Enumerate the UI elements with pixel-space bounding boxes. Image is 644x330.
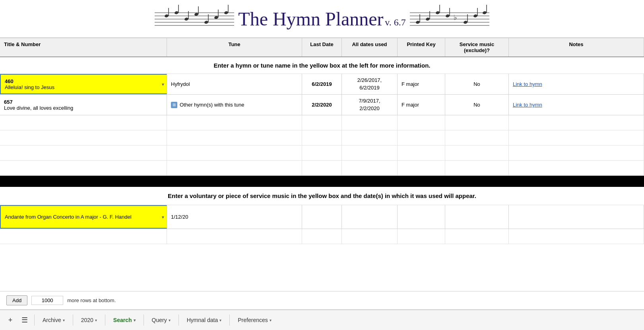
app-version: v. 6.7 [385,17,405,27]
nav-separator-5 [178,314,179,326]
col-all-dates: All dates used [342,38,398,56]
bottom-nav-bar: + ☰ Archive ▾ 2020 ▾ Search ▾ Query ▾ Hy… [0,309,644,330]
query-label: Query [152,317,167,323]
hymn-1-date2: 6/2/2019 [359,84,380,91]
svg-point-15 [214,16,219,19]
hymn-1-tune: Hyfrydol [167,74,302,94]
archive-menu[interactable]: Archive ▾ [38,314,70,326]
nav-separator-2 [73,314,73,326]
empty-row-4 [0,161,644,176]
search-label: Search [113,317,132,323]
hymn-row-2: 657 Love divine, all loves excelling ⊞ O… [0,95,644,115]
add-rows-input[interactable] [31,296,63,305]
svg-point-26 [425,17,430,21]
col-title-number: Title & Number [0,38,167,56]
hymn-1-link[interactable]: Link to hymn [513,81,542,87]
hymn-2-tune: Other hymn(s) with this tune [180,102,244,108]
service-empty-row [0,229,644,244]
nav-separator-1 [34,314,35,326]
year-arrow: ▾ [95,318,97,322]
hymn-1-notes[interactable]: Link to hymn [509,74,644,94]
empty-row-3 [0,146,644,161]
year-label: 2020 [81,317,93,323]
hymn-2-title-cell[interactable]: 657 Love divine, all loves excelling [0,95,167,115]
hymn-2-number: 657 [4,99,13,105]
hymn-1-info: 460 Alleluia! sing to Jesus [5,78,54,90]
hymn-2-notes[interactable]: Link to hymn [509,95,644,115]
hymn-1-key: F major [398,74,445,94]
table-header: Title & Number Tune Last Date All dates … [0,38,644,57]
service-1-dropdown-arrow[interactable]: ▼ [161,215,165,219]
col-last-date: Last Date [302,38,342,56]
empty-cell [0,115,167,130]
hymn-2-date2: 2/2/2020 [359,105,380,112]
nav-separator-4 [144,314,144,326]
preferences-label: Preferences [238,317,268,323]
section-divider [0,176,644,187]
search-menu[interactable]: Search ▾ [109,314,140,326]
year-menu[interactable]: 2020 ▾ [76,314,102,326]
hymn-2-service-music: No [445,95,509,115]
music-notes-right: ♭ [406,5,493,33]
hymnal-arrow: ▾ [219,318,221,322]
app-title: The Hymn Planner [238,8,383,29]
nav-separator-6 [229,314,230,326]
nav-separator-3 [105,314,105,326]
hymn-2-link[interactable]: Link to hymn [513,102,542,108]
hymn-1-service-music: No [445,74,509,94]
app-header: The Hymn Planner v. 6.7 ♭ [0,0,644,38]
hymn-2-info: 657 Love divine, all loves excelling [4,99,73,111]
hymn-1-dropdown-arrow[interactable]: ▼ [161,82,165,86]
preferences-arrow: ▾ [270,318,272,322]
svg-point-7 [175,11,179,14]
hymn-2-expand-icon[interactable]: ⊞ [171,102,177,108]
hymn-1-title-cell[interactable]: 460 Alleluia! sing to Jesus ▼ [0,74,167,94]
search-arrow: ▾ [134,318,136,322]
hymn-1-all-dates: 2/26/2017, 6/2/2019 [342,74,398,94]
logo-area: The Hymn Planner v. 6.7 ♭ [151,5,493,33]
col-notes: Notes [509,38,644,56]
preferences-menu[interactable]: Preferences ▾ [233,314,276,326]
hymn-2-last-date: 2/2/2020 [302,95,342,115]
add-row-controls: Add more rows at bottom. [0,291,644,309]
hymn-1-title: Alleluia! sing to Jesus [5,84,54,90]
query-menu[interactable]: Query ▾ [147,314,175,326]
svg-point-13 [204,20,209,24]
svg-point-35 [473,14,477,17]
svg-text:♭: ♭ [454,14,457,21]
archive-label: Archive [43,317,61,323]
menu-button[interactable]: ☰ [18,314,31,326]
hymn-row-1: 460 Alleluia! sing to Jesus ▼ Hyfrydol 6… [0,74,644,95]
staff-left [151,5,238,33]
col-service-music: Service music (exclude)? [445,38,509,56]
hymn-2-key: F major [398,95,445,115]
col-printed-key: Printed Key [398,38,445,56]
svg-point-11 [194,12,199,16]
add-label: more rows at bottom. [67,297,116,303]
service-1-title-cell[interactable]: Andante from Organ Concerto in A major -… [0,205,167,229]
staff-right: ♭ [406,5,493,33]
main-content: Enter a hymn or tune name in the yellow … [0,57,644,291]
add-button[interactable]: Add [6,295,27,305]
service-row-1: Andante from Organ Concerto in A major -… [0,205,644,229]
svg-point-30 [445,14,450,17]
hymn-2-date1: 7/9/2017, [359,97,380,105]
svg-point-24 [415,20,420,24]
hymn-2-all-dates: 7/9/2017, 2/2/2020 [342,95,398,115]
empty-row-2 [0,130,644,146]
hymn-1-date1: 2/26/2017, [357,77,382,84]
hymn-1-dates: 2/26/2017, 6/2/2019 [357,77,382,91]
svg-point-9 [184,17,189,21]
svg-point-28 [435,11,440,14]
svg-point-33 [463,20,467,24]
hymn-2-title: Love divine, all loves excelling [4,105,73,111]
col-tune: Tune [167,38,302,56]
service-instruction: Enter a voluntary or piece of service mu… [0,187,644,205]
music-notes-left [151,5,238,33]
empty-row-1 [0,115,644,130]
hymnal-menu[interactable]: Hymnal data ▾ [182,314,227,326]
hymnal-label: Hymnal data [187,317,218,323]
hymn-1-number: 460 [5,78,14,84]
plus-button[interactable]: + [4,314,17,326]
archive-arrow: ▾ [63,318,65,322]
